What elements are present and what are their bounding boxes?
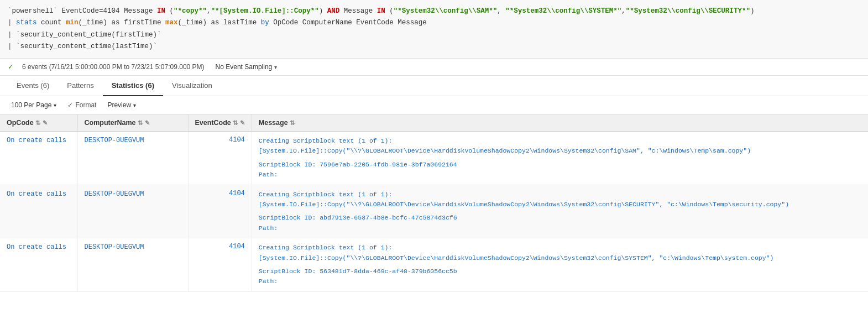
preview-button[interactable]: Preview ▾ — [104, 100, 139, 111]
message-line: Path: — [259, 276, 861, 286]
opcode-cell: On create calls — [0, 238, 77, 292]
sort-icon[interactable]: ⇅ — [290, 119, 295, 126]
results-table: OpCode⇅✎ComputerName⇅✎EventCode⇅✎Message… — [0, 114, 868, 292]
edit-icon[interactable]: ✎ — [145, 119, 150, 126]
eventcode-link[interactable]: 4104 — [229, 190, 245, 197]
sampling-label: No Event Sampling — [216, 63, 273, 71]
per-page-arrow-icon: ▾ — [54, 102, 56, 108]
message-line: Creating Scriptblock text (1 of 1): — [259, 243, 861, 253]
per-page-label: 100 Per Page — [11, 101, 51, 109]
tab-statistics--6-[interactable]: Statistics (6) — [103, 76, 163, 96]
opcode-cell: On create calls — [0, 132, 77, 185]
message-line: ScriptBlock ID: 563481d7-8dda-469c-af48-… — [259, 267, 861, 276]
edit-icon[interactable]: ✎ — [240, 119, 245, 126]
opcode-link[interactable]: On create calls — [7, 243, 66, 251]
message-cell: Creating Scriptblock text (1 of 1):[Syst… — [252, 132, 868, 185]
sampling-button[interactable]: No Event Sampling ▾ — [213, 62, 280, 72]
toolbar: 100 Per Page ▾ ✓ Format Preview ▾ — [0, 96, 868, 114]
format-button[interactable]: ✓ Format — [64, 100, 100, 111]
query-area: `powershell` EventCode=4104 Message IN (… — [0, 0, 868, 59]
computer-link[interactable]: DESKTOP-0UEGVUM — [85, 137, 144, 144]
eventcode-cell: 4104 — [188, 132, 252, 185]
status-bar: ✓ 6 events (7/16/21 5:00:00.000 PM to 7/… — [0, 59, 868, 76]
opcode-link[interactable]: On create calls — [7, 137, 66, 144]
message-line: [System.IO.File]::Copy("\\?\GLOBALROOT\D… — [259, 200, 861, 210]
table-row: On create callsDESKTOP-0UEGVUM4104Creati… — [0, 132, 868, 185]
tabs-row: Events (6)PatternsStatistics (6)Visualiz… — [0, 76, 868, 96]
message-line: ScriptBlock ID: 7596e7ab-2205-4fdb-981e-… — [259, 160, 861, 170]
col-header-message: Message⇅ — [252, 114, 868, 132]
message-cell: Creating Scriptblock text (1 of 1):[Syst… — [252, 238, 868, 292]
computer-cell: DESKTOP-0UEGVUM — [77, 132, 188, 185]
status-text: 6 events (7/16/21 5:00:00.000 PM to 7/23… — [22, 63, 205, 71]
col-header-eventcode: EventCode⇅✎ — [188, 114, 252, 132]
col-header-computername: ComputerName⇅✎ — [77, 114, 188, 132]
format-label: Format — [75, 101, 96, 109]
message-line: Path: — [259, 223, 861, 233]
sort-icon[interactable]: ⇅ — [138, 119, 143, 126]
table-row: On create callsDESKTOP-0UEGVUM4104Creati… — [0, 185, 868, 238]
computer-link[interactable]: DESKTOP-0UEGVUM — [85, 243, 144, 251]
message-line: Creating Scriptblock text (1 of 1): — [259, 136, 861, 146]
eventcode-cell: 4104 — [188, 238, 252, 292]
computer-cell: DESKTOP-0UEGVUM — [77, 238, 188, 292]
message-line: ScriptBlock ID: abd7913e-6587-4b8e-bcfc-… — [259, 213, 861, 223]
message-line: Path: — [259, 170, 861, 180]
preview-label: Preview — [107, 101, 131, 109]
status-check-icon: ✓ — [8, 63, 13, 71]
message-cell: Creating Scriptblock text (1 of 1):[Syst… — [252, 185, 868, 238]
eventcode-link[interactable]: 4104 — [229, 136, 245, 144]
table-wrapper: OpCode⇅✎ComputerName⇅✎EventCode⇅✎Message… — [0, 114, 868, 292]
sort-icon[interactable]: ⇅ — [35, 119, 40, 126]
message-line: Creating Scriptblock text (1 of 1): — [259, 190, 861, 200]
computer-cell: DESKTOP-0UEGVUM — [77, 185, 188, 238]
computer-link[interactable]: DESKTOP-0UEGVUM — [85, 190, 144, 198]
tab-patterns[interactable]: Patterns — [58, 76, 102, 96]
per-page-button[interactable]: 100 Per Page ▾ — [8, 100, 60, 111]
col-header-opcode: OpCode⇅✎ — [0, 114, 77, 132]
format-check-icon: ✓ — [67, 101, 73, 109]
preview-arrow-icon: ▾ — [133, 102, 136, 108]
eventcode-cell: 4104 — [188, 185, 252, 238]
tab-visualization[interactable]: Visualization — [163, 76, 221, 96]
sampling-arrow-icon: ▾ — [274, 64, 277, 70]
opcode-cell: On create calls — [0, 185, 77, 238]
message-line: [System.IO.File]::Copy("\\?\GLOBALROOT\D… — [259, 253, 861, 263]
message-line: [System.IO.File]::Copy("\\?\GLOBALROOT\D… — [259, 146, 861, 156]
tab-events--6-[interactable]: Events (6) — [8, 76, 58, 96]
edit-icon[interactable]: ✎ — [43, 119, 48, 126]
eventcode-link[interactable]: 4104 — [229, 243, 245, 250]
table-row: On create callsDESKTOP-0UEGVUM4104Creati… — [0, 238, 868, 292]
sort-icon[interactable]: ⇅ — [233, 119, 238, 126]
opcode-link[interactable]: On create calls — [7, 190, 66, 198]
